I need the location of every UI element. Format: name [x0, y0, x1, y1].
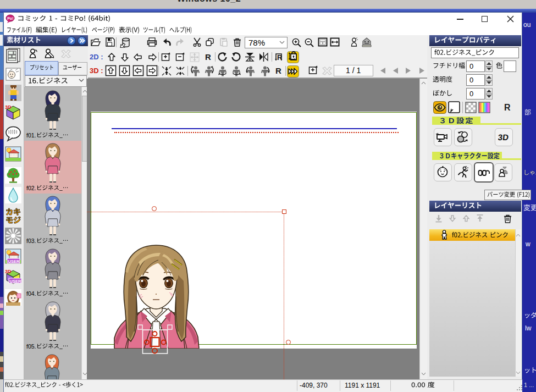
svg-text:USER: USER [10, 279, 21, 284]
svg-text:R: R [275, 66, 281, 75]
svg-text:3D: 3D [5, 269, 12, 274]
svg-text:R: R [205, 52, 211, 62]
svg-text:USER: USER [8, 259, 20, 264]
svg-text:R: R [277, 53, 283, 62]
svg-text:3D: 3D [5, 104, 12, 110]
svg-text:3D: 3D [498, 132, 509, 142]
svg-text:R: R [504, 103, 511, 112]
